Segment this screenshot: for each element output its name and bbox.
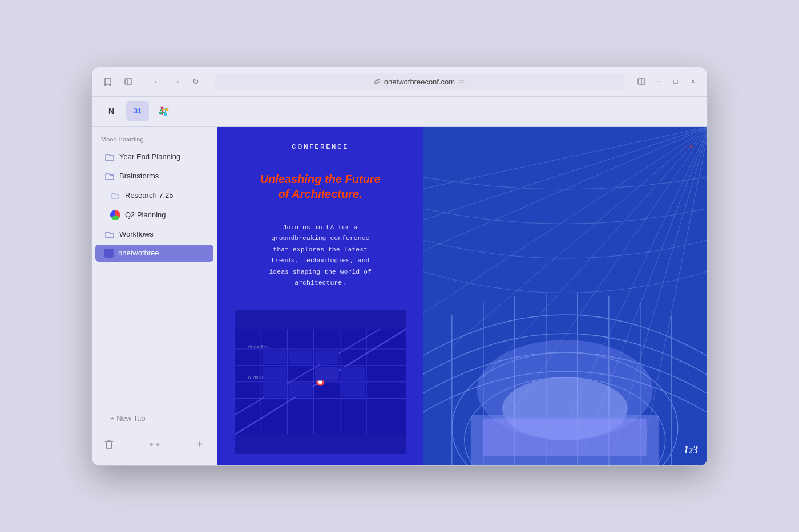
close-button[interactable]: × (687, 75, 699, 88)
nav-buttons: ← → ↻ (149, 74, 204, 90)
folder-icon-research (110, 190, 120, 201)
sidebar-item-q2[interactable]: Q2 Planning (95, 206, 213, 224)
trash-button[interactable] (101, 437, 117, 453)
webpage-content: → CONFERENCE Unleashing the Future of Ar… (217, 127, 707, 465)
next-arrow-button[interactable]: → (679, 136, 699, 156)
minimize-button[interactable]: − (652, 75, 665, 88)
forward-button[interactable]: → (168, 74, 184, 90)
svg-rect-25 (315, 367, 339, 380)
add-button[interactable]: + (192, 437, 208, 453)
sidebar-toggle-icon[interactable] (120, 74, 136, 90)
svg-rect-28 (289, 383, 313, 397)
sidebar-item-brainstorms[interactable]: Brainstorms (95, 167, 213, 185)
conference-body: Join us in LA for a groundbreaking confe… (263, 222, 377, 289)
url-text: onetwothreeconf.com (384, 78, 455, 86)
conference-left-panel: CONFERENCE Unleashing the Future of Arch… (217, 127, 423, 465)
svg-rect-29 (341, 383, 365, 397)
sidebar-item-research[interactable]: Research 7.25 (95, 186, 213, 205)
sidebar-item-workflows-label: Workflows (119, 230, 154, 238)
svg-rect-26 (341, 367, 365, 380)
sidebar-item-workflows[interactable]: Workflows (95, 225, 213, 243)
sidebar-section-label: Mood Boarding (92, 133, 217, 147)
svg-rect-21 (263, 350, 286, 364)
conference-map: Venice Blvd W 7th St (235, 310, 406, 454)
conference-label: CONFERENCE (292, 144, 349, 150)
sidebar: Mood Boarding Year End Planning Brainsto… (92, 127, 217, 465)
conference-right-panel: 123 (423, 127, 707, 465)
sidebar-item-brainstorms-label: Brainstorms (119, 172, 159, 180)
browser-window: ← → ↻ onetwothreeconf.com − □ × (91, 67, 708, 466)
bookmark-icon[interactable] (100, 74, 116, 90)
map-svg: Venice Blvd W 7th St (235, 310, 406, 454)
sidebar-item-research-label: Research 7.25 (125, 191, 173, 200)
arrow-right-icon: → (682, 138, 696, 154)
dot-1 (150, 443, 153, 446)
toolbar-right: − □ × (635, 75, 699, 88)
q2-icon (110, 210, 120, 220)
folder-icon-workflows (104, 229, 115, 239)
folder-icon (104, 152, 115, 162)
sidebar-item-onetwothree[interactable]: onetwothree (95, 245, 213, 262)
sidebar-item-year-end-label: Year End Planning (119, 152, 180, 161)
svg-rect-0 (125, 79, 132, 84)
browser-toolbar: ← → ↻ onetwothreeconf.com − □ × (92, 67, 707, 97)
new-tab-area: + New Tab (92, 405, 217, 431)
sidebar-footer: + (92, 431, 217, 458)
app-tabs-bar: N 31 (92, 97, 707, 127)
new-tab-label: + New Tab (110, 414, 146, 423)
toolbar-left (100, 74, 136, 90)
svg-rect-58 (483, 418, 647, 456)
split-view-button[interactable] (635, 75, 648, 88)
svg-rect-24 (263, 367, 286, 380)
sidebar-item-q2-label: Q2 Planning (125, 210, 166, 219)
architecture-svg (423, 127, 707, 465)
address-bar[interactable]: onetwothreeconf.com (215, 73, 624, 90)
square-icon (104, 249, 114, 258)
tab-calendar[interactable]: 31 (126, 101, 149, 121)
svg-rect-23 (315, 350, 339, 364)
sidebar-item-year-end[interactable]: Year End Planning (95, 148, 213, 166)
conference-headline: Unleashing the Future of Architecture. (260, 172, 381, 201)
svg-rect-22 (289, 350, 313, 364)
sidebar-item-onetwothree-label: onetwothree (118, 249, 159, 257)
webpage: CONFERENCE Unleashing the Future of Arch… (217, 127, 707, 465)
svg-text:W 7th St: W 7th St (248, 375, 263, 379)
maximize-button[interactable]: □ (669, 75, 682, 88)
new-tab-button[interactable]: + New Tab (101, 410, 208, 427)
tab-slack[interactable] (152, 101, 175, 121)
settings-small-icon (458, 78, 465, 85)
link-icon (374, 78, 381, 85)
page-counter: 123 (684, 444, 698, 456)
folder-icon-brainstorms (104, 171, 115, 181)
svg-rect-27 (263, 383, 286, 397)
dot-2 (156, 443, 159, 446)
back-button[interactable]: ← (149, 74, 165, 90)
reload-button[interactable]: ↻ (188, 74, 204, 90)
footer-dots (124, 443, 185, 446)
main-content: Mood Boarding Year End Planning Brainsto… (92, 127, 707, 465)
svg-text:Venice Blvd: Venice Blvd (248, 344, 268, 348)
tab-notion[interactable]: N (100, 101, 123, 121)
